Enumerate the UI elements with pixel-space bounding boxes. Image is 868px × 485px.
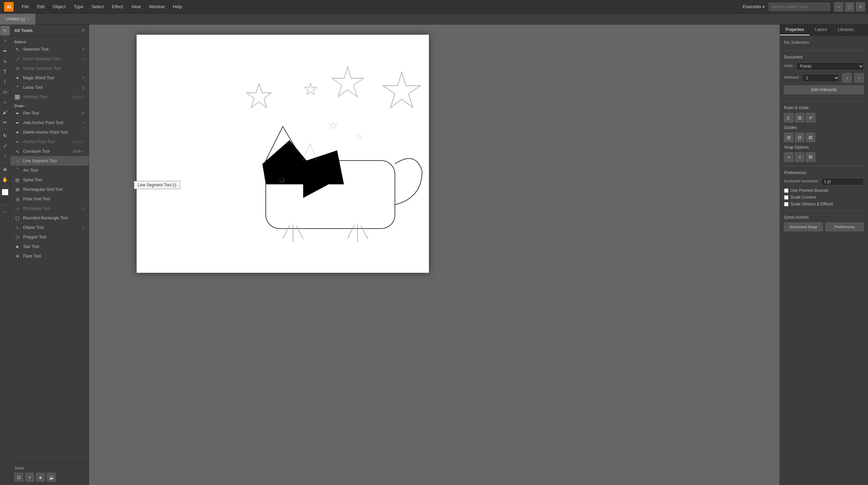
workspace-chevron: ▾ [763,4,765,9]
toolbar-rectangle[interactable]: ▭ [0,87,10,97]
tool-item-pen[interactable]: ✒ Pen Tool P [10,108,89,118]
direct-selection-shortcut: A [82,57,85,61]
tab-layers[interactable]: Layers [810,24,833,35]
tool-item-polar-grid[interactable]: ◎ Polar Grid Tool [10,194,89,204]
tool-item-star[interactable]: ★ Star Tool [10,242,89,251]
magic-wand-name: Magic Wand Tool [23,76,80,80]
guides-icon-2[interactable]: ⊟ [795,133,804,142]
grid-icon[interactable]: ⊞ [795,113,804,122]
menu-window[interactable]: Window [145,2,169,11]
tab-close-icon[interactable]: × [27,16,30,22]
tool-item-rectangle[interactable]: ▭ Rectangle Tool M [10,204,89,213]
toolbar-separator-3 [2,186,8,186]
artboard-label: Artboard: [784,75,799,79]
all-tools-close-icon[interactable]: × [82,27,85,33]
toolbar-selection[interactable]: ↖ [0,26,10,35]
all-tools-footer: Show: ⊡ ▪ ◈ ⬓ [10,462,89,485]
tool-item-lasso[interactable]: ⌃ Lasso Tool Q [10,83,89,92]
tool-item-artboard[interactable]: ⬜ Artboard Tool Shift+O [10,92,89,102]
tab-libraries[interactable]: Libraries [833,24,859,35]
snap-icon-3[interactable]: ⌘ [806,152,815,162]
selection-tool-name: Selection Tool [23,47,80,52]
toolbar-direct-selection[interactable]: ↗ [0,36,10,46]
toolbar-more[interactable]: ··· [0,207,10,216]
search-input[interactable] [769,3,830,11]
tool-item-polygon[interactable]: ⬡ Polygon Tool [10,232,89,242]
snap-icon-1[interactable]: ⌖ [784,152,794,162]
close-button[interactable]: × [856,2,865,12]
tool-item-direct-selection[interactable]: ↗ Direct Selection Tool A [10,54,89,64]
tool-item-rounded-rect[interactable]: ▢ Rounded Rectangle Tool [10,213,89,223]
prev-artboard-button[interactable]: ‹ [842,73,852,83]
preferences-button[interactable]: Preferences [826,222,864,231]
tool-item-magic-wand[interactable]: ✦ Magic Wand Tool Y [10,73,89,83]
canvas-area[interactable]: Line Segment Tool (\) [89,24,780,485]
footer-icon-1[interactable]: ⊡ [14,473,23,482]
minimize-button[interactable]: − [834,2,844,12]
tool-item-line-segment[interactable]: / Line Segment Tool \ [10,156,89,166]
tool-item-rect-grid[interactable]: ⊞ Rectangular Grid Tool [10,185,89,194]
toolbar-warp[interactable]: ⋮ [0,151,10,161]
toolbar-hand[interactable]: ✋ [0,175,10,184]
menu-file[interactable]: File [18,2,33,11]
toolbar-curvature[interactable]: ∿ [0,56,10,66]
lasso-name: Lasso Tool [23,85,79,90]
grid2-icon[interactable]: # [806,113,815,122]
toolbar-paintbrush[interactable]: 🖌 [0,107,10,117]
artboard-name: Artboard Tool [23,95,69,99]
tool-item-curvature[interactable]: ∿ Curvature Tool Shift+~ [10,147,89,156]
toolbar-rotate[interactable]: ↻ [0,131,10,140]
toolbar-pencil[interactable]: ✏ [0,118,10,127]
tool-item-spiral[interactable]: @ Spiral Tool [10,175,89,185]
footer-icon-4[interactable]: ⬓ [47,473,56,482]
tab-name: Untitled (y) [5,17,25,21]
toolbar-line[interactable]: / [0,77,10,86]
snap-icon-2[interactable]: ⌗ [795,152,804,162]
menu-edit[interactable]: Edit [33,2,49,11]
toolbar-stroke[interactable] [3,198,7,202]
toolbar-pen[interactable]: ✒ [0,46,10,56]
toolbar-fill[interactable] [2,189,8,196]
artboard-select[interactable]: 1 [802,74,839,82]
menu-help[interactable]: Help [169,2,186,11]
toolbar-text[interactable]: T [0,67,10,76]
tool-item-ellipse[interactable]: ○ Ellipse Tool L [10,223,89,232]
tool-item-selection[interactable]: ↖ Selection Tool V [10,45,89,54]
show-label: Show: [10,465,89,471]
guides-icon-1[interactable]: ⊞ [784,133,794,142]
footer-icon-3[interactable]: ◈ [36,473,45,482]
ruler-icon[interactable]: ⊏ [784,113,794,122]
keyboard-increment-input[interactable] [821,178,864,185]
tool-item-arc[interactable]: ⌒ Arc Tool [10,166,89,175]
keyboard-increment-row: Keyboard Increment: [784,178,864,185]
ai-logo: Ai [4,2,14,12]
tool-item-add-anchor[interactable]: ✒ Add Anchor Point Tool + [10,118,89,128]
tool-item-flare[interactable]: ✳ Flare Tool [10,251,89,261]
toolbar-zoom[interactable]: ⊕ [0,165,10,174]
menu-type[interactable]: Type [70,2,87,11]
edit-artboards-button[interactable]: Edit Artboards [784,85,864,94]
footer-icon-2[interactable]: ▪ [25,473,34,482]
menu-effect[interactable]: Effect [108,2,127,11]
units-select[interactable]: Points [796,62,864,70]
magic-wand-shortcut: Y [82,76,85,80]
workspace-selector[interactable]: Essentials ▾ [743,4,765,9]
menu-view[interactable]: View [127,2,145,11]
tool-item-delete-anchor[interactable]: ✒ Delete Anchor Point Tool − [10,128,89,137]
menu-select[interactable]: Select [87,2,108,11]
scale-corners-checkbox[interactable] [784,195,788,200]
document-setup-button[interactable]: Document Setup [784,222,823,231]
tool-item-anchor-point[interactable]: ✒ Anchor Point Tool Shift+C [10,137,89,147]
tool-item-group-selection[interactable]: ⊕ Group Selection Tool [10,64,89,73]
toolbar-scale[interactable]: ⤢ [0,141,10,151]
toolbar-ellipse[interactable]: ○ [0,97,10,107]
guides-icon-3[interactable]: ⊠ [806,133,815,142]
scale-strokes-checkbox[interactable] [784,202,788,206]
use-preview-bounds-checkbox[interactable] [784,188,788,193]
maximize-button[interactable]: □ [845,2,854,12]
document-tab[interactable]: Untitled (y) × [0,14,36,24]
next-artboard-button[interactable]: › [854,73,864,83]
tab-properties[interactable]: Properties [780,24,810,35]
menu-object[interactable]: Object [49,2,70,11]
curvature-name: Curvature Tool [23,149,70,154]
